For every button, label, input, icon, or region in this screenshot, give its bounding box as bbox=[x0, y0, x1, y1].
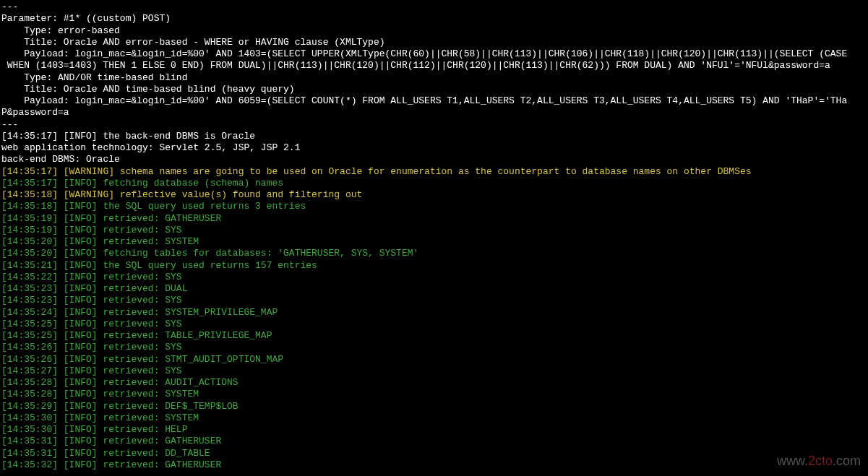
backend-line: back-end DBMS: Oracle bbox=[1, 154, 867, 165]
payload-line: Payload: login_mac=&login_id=%00' AND 60… bbox=[1, 95, 867, 107]
type-line: Type: error-based bbox=[1, 25, 867, 37]
log-line: [14:35:20] [INFO] retrieved: SYSTEM bbox=[1, 236, 867, 248]
web-tech-line: web application technology: Servlet 2.5,… bbox=[1, 142, 867, 154]
log-line: [14:35:23] [INFO] retrieved: DUAL bbox=[1, 283, 867, 295]
log-line: [14:35:29] [INFO] retrieved: DEF$_TEMP$L… bbox=[1, 401, 867, 412]
title-line: Title: Oracle AND error-based - WHERE or… bbox=[1, 37, 867, 48]
log-line: [14:35:19] [INFO] retrieved: SYS bbox=[1, 225, 867, 236]
log-line: [14:35:18] [INFO] the SQL query used ret… bbox=[1, 201, 867, 212]
log-line: [14:35:31] [INFO] retrieved: GATHERUSER bbox=[1, 436, 867, 447]
log-lines: [14:35:17] [WARNING] schema names are go… bbox=[1, 166, 867, 472]
log-line: [14:35:17] [INFO] fetching database (sch… bbox=[1, 178, 867, 189]
log-line: [14:35:32] [INFO] retrieved: GATHERUSER bbox=[1, 459, 867, 471]
log-line: [14:35:18] [WARNING] reflective value(s)… bbox=[1, 189, 867, 201]
payload-line-cont: P&password=a bbox=[1, 107, 867, 118]
log-line: [14:35:31] [INFO] retrieved: DD_TABLE bbox=[1, 448, 867, 459]
log-line: [14:35:24] [INFO] retrieved: SYSTEM_PRIV… bbox=[1, 307, 867, 319]
log-line: [14:35:30] [INFO] retrieved: SYSTEM bbox=[1, 412, 867, 424]
payload-line-cont: WHEN (1403=1403) THEN 1 ELSE 0 END) FROM… bbox=[1, 60, 867, 72]
log-line: [14:35:17] [WARNING] schema names are go… bbox=[1, 166, 867, 178]
log-line: [14:35:20] [INFO] fetching tables for da… bbox=[1, 248, 867, 259]
log-line: [14:35:27] [INFO] retrieved: SYS bbox=[1, 365, 867, 377]
log-line: [14:35:28] [INFO] retrieved: AUDIT_ACTIO… bbox=[1, 377, 867, 389]
watermark-highlight: 2cto bbox=[808, 454, 833, 468]
log-line: [14:35:21] [INFO] the SQL query used ret… bbox=[1, 260, 867, 272]
separator: --- bbox=[1, 1, 867, 13]
log-line: [14:35:19] [INFO] retrieved: GATHERUSER bbox=[1, 213, 867, 225]
title-line: Title: Oracle AND time-based blind (heav… bbox=[1, 84, 867, 95]
log-line: [14:35:30] [INFO] retrieved: HELP bbox=[1, 424, 867, 436]
log-line: [14:35:25] [INFO] retrieved: TABLE_PRIVI… bbox=[1, 330, 867, 342]
separator: --- bbox=[1, 119, 867, 131]
log-line: [14:35:28] [INFO] retrieved: SYSTEM bbox=[1, 389, 867, 400]
log-line: [14:35:22] [INFO] retrieved: SYS bbox=[1, 272, 867, 283]
log-line: [14:35:26] [INFO] retrieved: SYS bbox=[1, 342, 867, 353]
payload-line: Payload: login_mac=&login_id=%00' AND 14… bbox=[1, 48, 867, 60]
log-line: [14:35:25] [INFO] retrieved: SYS bbox=[1, 319, 867, 330]
log-line: [14:35:23] [INFO] retrieved: SYS bbox=[1, 295, 867, 306]
watermark: www.2cto.com bbox=[777, 453, 861, 469]
parameter-line: Parameter: #1* ((custom) POST) bbox=[1, 13, 867, 25]
terminal-output: --- Parameter: #1* ((custom) POST) Type:… bbox=[1, 1, 867, 471]
log-line: [14:35:26] [INFO] retrieved: STMT_AUDIT_… bbox=[1, 354, 867, 365]
watermark-suffix: .com bbox=[833, 454, 861, 468]
watermark-prefix: www. bbox=[777, 454, 808, 468]
type-line: Type: AND/OR time-based blind bbox=[1, 72, 867, 84]
info-dbms-line: [14:35:17] [INFO] the back-end DBMS is O… bbox=[1, 131, 867, 142]
